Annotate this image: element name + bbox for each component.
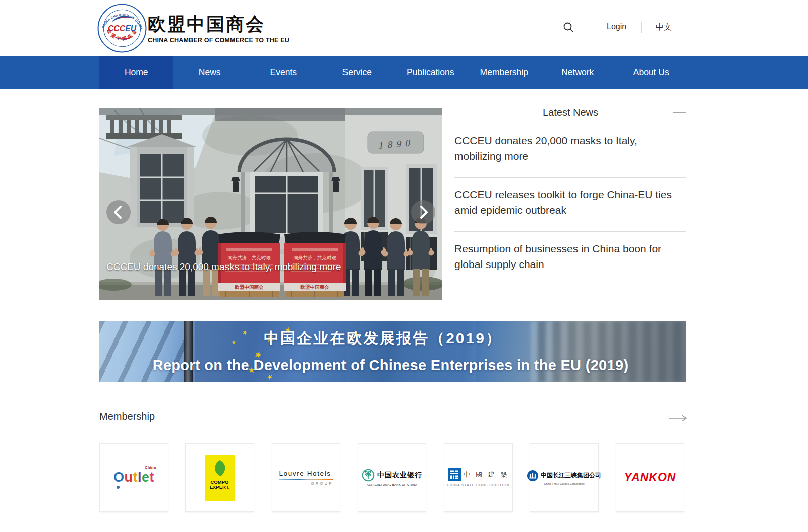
tab-events[interactable]: Events — [247, 56, 320, 89]
member-logo-yankon[interactable]: YANKON — [616, 443, 684, 512]
year-cartouche: 1890 — [368, 132, 424, 153]
carousel-next-button[interactable] — [411, 200, 435, 224]
louvre-hotels-logo: Louvre Hotels GROUP — [279, 470, 333, 486]
nav-items: Home News Events Service Publications Me… — [99, 56, 688, 89]
report-title-cn: 中国企业在欧发展报告（2019） — [99, 328, 666, 349]
report-title-en: Report on the Development of Chinese Ent… — [99, 357, 681, 374]
news-list: CCCEU donates 20,000 masks to Italy, mob… — [454, 123, 686, 286]
ccceu-logo-badge-icon: CHINA CHAMBER OF COMMERCE TO THE EU 欧盟中国… — [97, 4, 147, 53]
leaf-icon — [211, 460, 228, 478]
donation-box-slogan: 同舟共济，共克时艰 — [293, 255, 336, 260]
report-banner[interactable]: ★ ★ ★ ★ ★ ★ ★ ★ 中国企业在欧发展报告（2019） Report … — [99, 321, 686, 382]
member-logo-agricultural-bank-of-china[interactable]: 中国农业银行 AGRICULTURAL BANK OF CHINA — [358, 443, 426, 512]
main-nav: Home News Events Service Publications Me… — [0, 56, 808, 89]
abc-logo: 中国农业银行 AGRICULTURAL BANK OF CHINA — [362, 469, 422, 486]
ctg-logo: 中国长江三峡集团公司 China Three Gorges Corporatio… — [527, 470, 601, 485]
yankon-logo: YANKON — [624, 471, 676, 484]
carousel-prev-button[interactable] — [106, 200, 131, 224]
latest-news-section: Latest News CCCEU donates 20,000 masks t… — [454, 106, 686, 286]
language-switch[interactable]: 中文 — [656, 22, 672, 33]
carousel-caption: CCCEU donates 20,000 masks to Italy, mob… — [106, 261, 433, 273]
news-item[interactable]: CCCEU releases toolkit to forge China-EU… — [454, 178, 686, 232]
tab-network[interactable]: Network — [541, 56, 615, 89]
donation-box-label: 欧盟中国商会 — [301, 284, 330, 290]
news-item[interactable]: Resumption of businesses in China boon f… — [454, 232, 686, 286]
tab-membership[interactable]: Membership — [468, 56, 541, 89]
louvre-gradient-line — [279, 479, 333, 480]
membership-section-title: Membership — [99, 411, 155, 422]
membership-more-arrow-icon[interactable] — [669, 415, 687, 422]
left-window — [126, 134, 198, 227]
news-item[interactable]: CCCEU donates 20,000 masks to Italy, mob… — [454, 123, 686, 178]
tab-publications[interactable]: Publications — [394, 56, 468, 89]
outlet-superscript: China — [145, 465, 156, 470]
chevron-right-icon — [411, 200, 435, 224]
chevron-left-icon — [106, 200, 131, 224]
compo-expert-logo: COMPO EXPERT. — [205, 455, 235, 501]
ccceu-homepage: CHINA CHAMBER OF COMMERCE TO THE EU 欧盟中国… — [0, 0, 808, 532]
member-logo-louvre-hotels[interactable]: Louvre Hotels GROUP — [272, 443, 340, 512]
site-header: CHINA CHAMBER OF COMMERCE TO THE EU 欧盟中国… — [0, 0, 808, 56]
csc-seal-icon — [448, 468, 461, 481]
ctg-dam-icon — [527, 470, 538, 481]
login-link[interactable]: Login — [607, 22, 626, 31]
search-icon[interactable] — [563, 22, 574, 33]
header-divider — [593, 22, 593, 33]
member-logo-compo-expert[interactable]: COMPO EXPERT. — [185, 443, 254, 512]
hero-carousel[interactable]: 1890 — [99, 108, 442, 300]
logo-badge-text: CCCEU — [108, 24, 137, 33]
csc-logo: 中 國 建 築 CHINA STATE CONSTRUCTION — [447, 468, 510, 487]
member-logo-outlet-china[interactable]: Outlet China — [99, 443, 168, 512]
latest-news-title: Latest News — [454, 106, 686, 118]
member-logo-china-three-gorges[interactable]: 中国长江三峡集团公司 China Three Gorges Corporatio… — [530, 443, 599, 512]
entrance-canopy — [239, 139, 334, 234]
tab-home[interactable]: Home — [99, 56, 173, 89]
abc-wheat-icon — [362, 469, 375, 482]
site-logo[interactable]: CHINA CHAMBER OF COMMERCE TO THE EU 欧盟中国… — [97, 4, 278, 53]
tab-service[interactable]: Service — [320, 56, 394, 89]
logo-title-cn: 欧盟中国商会 — [148, 14, 298, 35]
tab-about-us[interactable]: About Us — [615, 56, 688, 89]
donation-box-slogan: 同舟共济，共克时艰 — [227, 255, 271, 260]
tab-news[interactable]: News — [173, 56, 247, 89]
donation-box-label: 欧盟中国商会 — [235, 284, 264, 290]
outlet-china-logo: Outlet China — [113, 470, 154, 485]
member-logo-china-state-construction[interactable]: 中 國 建 築 CHINA STATE CONSTRUCTION — [444, 443, 513, 512]
more-dash-icon[interactable] — [673, 112, 686, 113]
logo-wordmark: 欧盟中国商会 CHINA CHAMBER OF COMMERCE TO THE … — [148, 14, 298, 44]
outlet-dot — [117, 486, 120, 489]
logo-subtitle-en: CHINA CHAMBER OF COMMERCE TO THE EU — [148, 37, 298, 44]
header-divider — [641, 22, 642, 33]
